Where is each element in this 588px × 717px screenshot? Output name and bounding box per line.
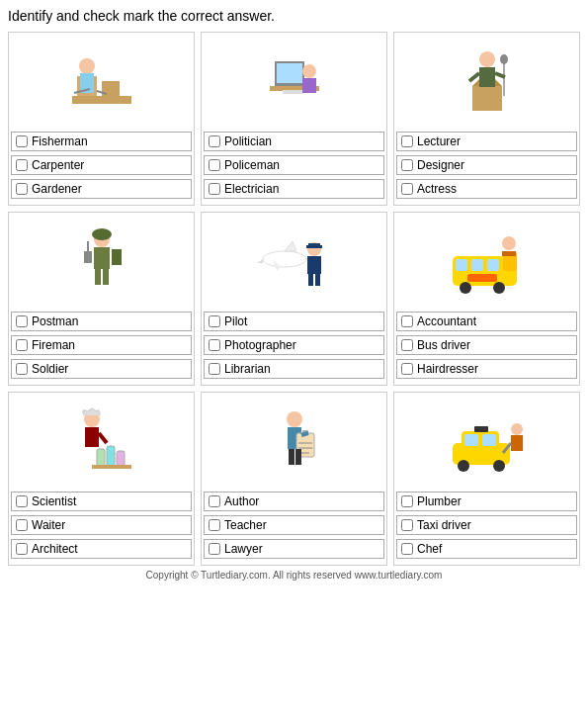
- option-label-pilot-3: Librarian: [224, 362, 271, 376]
- quiz-grid: Fisherman Carpenter Gardener: [8, 32, 580, 566]
- svg-rect-72: [474, 426, 488, 432]
- option-pilot-2[interactable]: Photographer: [204, 335, 384, 355]
- svg-rect-51: [107, 446, 115, 466]
- option-label-fisherman-3: Gardener: [32, 182, 82, 196]
- option-plumber-2[interactable]: Taxi driver: [396, 515, 577, 535]
- option-postman-2[interactable]: Fireman: [11, 335, 192, 355]
- checkbox-pilot-2[interactable]: [209, 339, 220, 351]
- option-lecturer-3[interactable]: Actress: [396, 179, 577, 199]
- svg-rect-36: [306, 245, 322, 248]
- cell-plumber: Plumber Taxi driver Chef: [393, 392, 580, 566]
- checkbox-fisherman-2[interactable]: [16, 159, 28, 171]
- svg-rect-37: [308, 274, 313, 286]
- option-accountant-3[interactable]: Hairdresser: [396, 359, 577, 379]
- checkbox-politician-2[interactable]: [209, 159, 220, 171]
- checkbox-postman-3[interactable]: [16, 363, 28, 375]
- option-label-politician-3: Electrician: [224, 182, 279, 196]
- checkbox-postman-1[interactable]: [16, 315, 28, 327]
- svg-marker-31: [285, 241, 296, 251]
- option-label-postman-1: Postman: [32, 314, 78, 328]
- svg-rect-50: [85, 427, 99, 447]
- checkbox-scientist-3[interactable]: [16, 543, 28, 555]
- checkbox-pilot-3[interactable]: [209, 363, 220, 375]
- svg-rect-25: [95, 269, 101, 285]
- svg-point-47: [502, 236, 516, 250]
- checkbox-scientist-1[interactable]: [16, 495, 28, 507]
- image-plumber: [396, 397, 577, 486]
- checkbox-accountant-2[interactable]: [401, 339, 413, 351]
- option-label-pilot-2: Photographer: [224, 338, 296, 352]
- svg-rect-54: [92, 465, 131, 469]
- checkbox-fisherman-3[interactable]: [16, 183, 28, 195]
- option-scientist-1[interactable]: Scientist: [11, 492, 192, 511]
- svg-rect-38: [315, 274, 320, 286]
- svg-point-71: [493, 460, 505, 472]
- checkbox-politician-1[interactable]: [209, 135, 220, 147]
- svg-rect-24: [112, 249, 122, 265]
- checkbox-lecturer-3[interactable]: [401, 183, 413, 195]
- option-fisherman-2[interactable]: Carpenter: [11, 155, 192, 175]
- option-lecturer-1[interactable]: Lecturer: [396, 132, 577, 151]
- option-accountant-2[interactable]: Bus driver: [396, 335, 577, 355]
- option-label-accountant-3: Hairdresser: [417, 362, 478, 376]
- checkbox-pilot-1[interactable]: [209, 315, 220, 327]
- checkbox-scientist-2[interactable]: [16, 519, 28, 531]
- option-postman-1[interactable]: Postman: [11, 312, 192, 331]
- checkbox-postman-2[interactable]: [16, 339, 28, 351]
- checkbox-accountant-1[interactable]: [401, 315, 413, 327]
- checkbox-plumber-1[interactable]: [401, 495, 413, 507]
- option-label-politician-1: Politician: [224, 134, 272, 148]
- option-plumber-1[interactable]: Plumber: [396, 492, 577, 511]
- option-fisherman-1[interactable]: Fisherman: [11, 132, 192, 151]
- option-postman-3[interactable]: Soldier: [11, 359, 192, 379]
- option-scientist-3[interactable]: Architect: [11, 539, 192, 559]
- checkbox-accountant-3[interactable]: [401, 363, 413, 375]
- image-fisherman: [11, 37, 192, 126]
- checkbox-politician-3[interactable]: [209, 183, 220, 195]
- option-label-postman-3: Soldier: [32, 362, 68, 376]
- option-scientist-2[interactable]: Waiter: [11, 515, 192, 535]
- option-label-accountant-2: Bus driver: [417, 338, 470, 352]
- checkbox-plumber-2[interactable]: [401, 519, 413, 531]
- option-label-fisherman-1: Fisherman: [32, 134, 88, 148]
- checkbox-author-1[interactable]: [209, 495, 220, 507]
- option-author-2[interactable]: Teacher: [204, 515, 384, 535]
- svg-rect-34: [307, 256, 321, 274]
- option-politician-3[interactable]: Electrician: [204, 179, 384, 199]
- option-author-3[interactable]: Lawyer: [204, 539, 384, 559]
- checkbox-author-3[interactable]: [209, 543, 220, 555]
- cell-politician: Politician Policeman Electrician: [201, 32, 387, 206]
- svg-rect-0: [72, 96, 131, 104]
- svg-rect-11: [302, 78, 316, 93]
- svg-point-17: [479, 51, 495, 67]
- option-lecturer-2[interactable]: Designer: [396, 155, 577, 175]
- option-fisherman-3[interactable]: Gardener: [11, 179, 192, 199]
- svg-point-44: [493, 282, 505, 294]
- option-label-author-1: Author: [224, 494, 259, 508]
- option-label-accountant-1: Accountant: [417, 314, 476, 328]
- option-label-plumber-2: Taxi driver: [417, 518, 471, 532]
- cell-postman: Postman Fireman Soldier: [8, 212, 195, 386]
- option-plumber-3[interactable]: Chef: [396, 539, 577, 559]
- svg-point-10: [302, 64, 316, 78]
- svg-point-56: [287, 411, 302, 427]
- image-author: [204, 397, 384, 486]
- option-accountant-1[interactable]: Accountant: [396, 312, 577, 331]
- svg-rect-41: [471, 259, 483, 271]
- option-pilot-1[interactable]: Pilot: [204, 312, 384, 331]
- option-author-1[interactable]: Author: [204, 492, 384, 511]
- option-pilot-3[interactable]: Librarian: [204, 359, 384, 379]
- checkbox-lecturer-1[interactable]: [401, 135, 413, 147]
- option-label-scientist-1: Scientist: [32, 494, 76, 508]
- checkbox-fisherman-1[interactable]: [16, 135, 28, 147]
- cell-pilot: Pilot Photographer Librarian: [201, 212, 387, 386]
- checkbox-author-2[interactable]: [209, 519, 220, 531]
- option-label-author-3: Lawyer: [224, 542, 263, 556]
- option-politician-1[interactable]: Politician: [204, 132, 384, 151]
- checkbox-plumber-3[interactable]: [401, 543, 413, 555]
- option-politician-2[interactable]: Policeman: [204, 155, 384, 175]
- svg-rect-18: [479, 67, 495, 87]
- option-label-plumber-1: Plumber: [417, 494, 462, 508]
- svg-rect-26: [103, 269, 109, 285]
- checkbox-lecturer-2[interactable]: [401, 159, 413, 171]
